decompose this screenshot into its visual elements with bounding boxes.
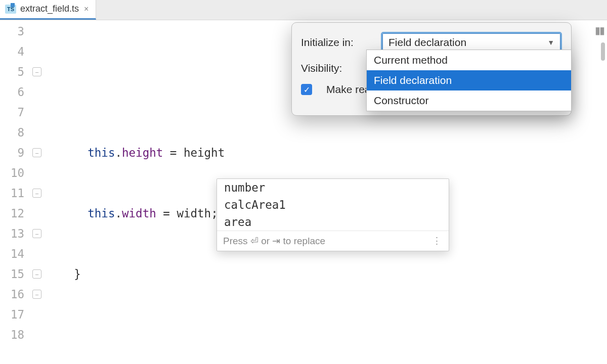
line-number: 9 (0, 143, 24, 163)
keyword-this: this (88, 146, 115, 159)
fold-toggle[interactable]: – (32, 148, 41, 157)
keyword-this: this (88, 207, 115, 220)
line-number: 3 (0, 21, 24, 41)
fold-toggle[interactable]: – (32, 189, 41, 198)
enter-key-icon: ⏎ (250, 236, 258, 246)
autocomplete-hint: Press ⏎ or ⇥ to replace ⋮ (217, 231, 449, 251)
dropdown-item[interactable]: Constructor (367, 90, 571, 111)
code-line[interactable]: } (47, 264, 607, 284)
fold-toggle[interactable]: – (32, 290, 41, 299)
autocomplete-item[interactable]: area (217, 213, 449, 231)
line-number: 12 (0, 203, 24, 223)
initialize-in-label: Initialize in: (301, 36, 372, 49)
make-readonly-checkbox[interactable]: ✓ (301, 84, 312, 95)
autocomplete-item[interactable]: number (217, 179, 449, 196)
field-height: height (122, 146, 163, 159)
visibility-label: Visibility: (301, 62, 372, 74)
dropdown-item[interactable]: Field declaration (367, 70, 571, 90)
chevron-down-icon: ▼ (547, 38, 554, 47)
line-number: 10 (0, 163, 24, 183)
line-number: 18 (0, 325, 24, 345)
line-number: 8 (0, 122, 24, 143)
tab-filename: extract_field.ts (20, 4, 79, 14)
line-number: 6 (0, 82, 24, 102)
fold-toggle[interactable]: – (32, 269, 41, 279)
combobox-value: Field declaration (388, 36, 466, 49)
line-number: 13 (0, 223, 24, 244)
fold-gutter: –––––– (29, 20, 47, 364)
line-number-gutter: 3456789101112131415161718 (0, 20, 29, 364)
dropdown-item[interactable]: Current method (367, 50, 571, 70)
line-number: 15 (0, 264, 24, 284)
more-options-icon[interactable]: ⋮ (432, 235, 443, 247)
line-number: 11 (0, 183, 24, 203)
tab-bar: TS extract_field.ts × (0, 0, 607, 20)
code-line[interactable] (47, 325, 607, 345)
code-line[interactable]: this.height = height (47, 143, 607, 163)
code-editor[interactable]: ▮▮ 3456789101112131415161718 –––––– this… (0, 20, 607, 364)
make-readonly-label: Make rea (326, 83, 371, 96)
tab-key-icon: ⇥ (272, 236, 280, 246)
autocomplete-popup: numbercalcArea1area Press ⏎ or ⇥ to repl… (216, 178, 449, 251)
line-number: 4 (0, 41, 24, 62)
file-tab[interactable]: TS extract_field.ts × (0, 0, 96, 20)
line-number: 7 (0, 102, 24, 122)
line-number: 14 (0, 244, 24, 264)
line-number: 16 (0, 284, 24, 304)
typescript-file-icon: TS (5, 5, 16, 14)
line-number: 17 (0, 304, 24, 325)
autocomplete-item[interactable]: calcArea1 (217, 196, 449, 213)
fold-toggle[interactable]: – (32, 67, 41, 76)
fold-toggle[interactable]: – (32, 229, 41, 238)
initialize-in-dropdown: Current methodField declarationConstruct… (366, 50, 572, 111)
field-width: width (122, 207, 156, 220)
close-icon[interactable]: × (83, 5, 90, 14)
line-number: 5 (0, 62, 24, 82)
